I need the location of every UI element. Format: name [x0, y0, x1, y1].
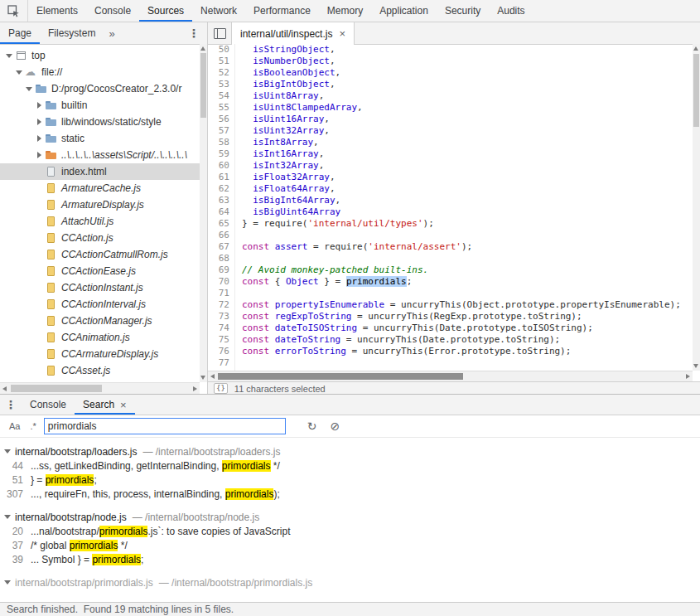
tab-elements[interactable]: Elements [28, 0, 86, 22]
expand-icon[interactable] [35, 100, 44, 110]
line-number[interactable]: 70 [208, 276, 234, 288]
tree-item[interactable]: ArmatureDisplay.js [0, 196, 200, 213]
line-number[interactable]: 54 [208, 90, 234, 102]
search-match-row[interactable]: 51} = primordials; [0, 473, 700, 487]
pretty-print-icon[interactable]: {} [214, 383, 228, 394]
code-text[interactable]: isFloat32Array, [242, 172, 336, 183]
collapse-icon[interactable] [5, 51, 14, 61]
search-result-file-header[interactable]: internal/bootstrap/node.js— /internal/bo… [0, 510, 700, 524]
search-result-file-header[interactable]: internal/bootstrap/loaders.js— /internal… [0, 444, 700, 458]
line-number[interactable]: 74 [208, 323, 234, 334]
tab-console[interactable]: Console [86, 0, 139, 22]
line-number[interactable]: 62 [208, 183, 234, 195]
tab-performance[interactable]: Performance [245, 0, 319, 22]
tree-item[interactable]: ArmatureCache.js [0, 180, 200, 196]
code-text[interactable]: isBigIntObject, [242, 79, 336, 90]
file-tab[interactable]: internal/util/inspect.js × [231, 22, 355, 45]
tree-item[interactable]: CCActionCatmullRom.js [0, 246, 200, 263]
tree-item[interactable]: CCAnimation.js [0, 329, 200, 346]
tab-overflow-icon[interactable]: » [104, 22, 119, 44]
tab-audits[interactable]: Audits [489, 0, 533, 22]
line-number[interactable]: 64 [208, 206, 234, 218]
code-text[interactable]: const { Object } = primordials; [242, 276, 412, 288]
navigator-more-menu-icon[interactable]: ⋮ [181, 22, 207, 44]
code-text[interactable]: isBigUint64Array [242, 206, 340, 218]
search-input[interactable] [44, 418, 286, 434]
code-text[interactable]: isFloat64Array, [242, 183, 336, 195]
tree-item[interactable]: AttachUtil.js [0, 213, 200, 230]
collapse-icon[interactable] [4, 512, 13, 521]
code-text[interactable]: isUint8Array, [242, 90, 324, 102]
scroll-left-icon[interactable] [2, 386, 7, 391]
line-number[interactable]: 67 [208, 241, 234, 253]
tree-item[interactable]: ☁file:// [0, 64, 200, 80]
tree-item[interactable]: index.html [0, 163, 200, 180]
scrollbar-thumb[interactable] [693, 54, 699, 127]
code-text[interactable]: const regExpToString = uncurryThis(RegEx… [242, 311, 582, 323]
line-number[interactable]: 69 [208, 264, 234, 276]
line-number[interactable]: 57 [208, 125, 234, 137]
scrollbar-thumb[interactable] [11, 385, 102, 392]
line-number[interactable]: 75 [208, 334, 234, 346]
line-number[interactable]: 50 [208, 44, 234, 56]
search-result-file-header[interactable]: internal/bootstrap/primordials.js— /inte… [0, 575, 700, 589]
tree-item[interactable]: CCActionManager.js [0, 313, 200, 329]
tree-item[interactable]: CCAsset.js [0, 362, 200, 379]
code-text[interactable]: } = require('internal/util/types'); [242, 218, 434, 230]
search-match-row[interactable]: 20...nal/bootstrap/primordials.js`: to s… [0, 524, 700, 538]
sidebar-vertical-scrollbar[interactable] [200, 44, 207, 382]
match-case-button[interactable]: Aa [4, 421, 25, 431]
tree-item[interactable]: ..\..\..\..\assets\Script/..\..\..\..\ [0, 147, 200, 163]
code-text[interactable]: const dateToString = uncurryThis(Date.pr… [242, 334, 560, 346]
line-number[interactable]: 68 [208, 253, 234, 264]
line-number[interactable]: 51 [208, 56, 234, 67]
scrollbar-thumb[interactable] [218, 373, 463, 380]
search-match-row[interactable]: 37/* global primordials */ [0, 538, 700, 552]
collapse-icon[interactable] [4, 447, 13, 456]
tab-page[interactable]: Page [0, 22, 40, 44]
code-text[interactable]: // Avoid monkey-patched built-ins. [242, 264, 428, 276]
clear-icon[interactable]: ⊘ [331, 420, 340, 433]
tab-console[interactable]: Console [22, 395, 75, 415]
code-text[interactable]: const propertyIsEnumerable = uncurryThis… [242, 299, 681, 311]
tree-item[interactable]: CCAction.js [0, 230, 200, 246]
line-number[interactable]: 73 [208, 311, 234, 323]
scrollbar-thumb[interactable] [200, 53, 206, 118]
close-tab-icon[interactable]: × [339, 27, 345, 40]
code-text[interactable]: isUint8ClampedArray, [242, 102, 363, 114]
search-match-row[interactable]: 44...ss, getLinkedBinding, getInternalBi… [0, 458, 700, 473]
code-text[interactable]: isBigInt64Array, [242, 195, 340, 206]
expand-icon[interactable] [35, 117, 44, 127]
refresh-icon[interactable]: ↻ [307, 420, 317, 433]
line-number[interactable]: 59 [208, 148, 234, 160]
tree-item[interactable]: CCActionInstant.js [0, 279, 200, 296]
line-number[interactable]: 61 [208, 172, 234, 183]
tab-search[interactable]: Search × [75, 395, 135, 415]
search-match-row[interactable]: 39... Symbol } = primordials; [0, 552, 700, 566]
tree-item[interactable]: CCActionEase.js [0, 263, 200, 279]
line-number[interactable]: 55 [208, 102, 234, 114]
code-text[interactable]: isUint32Array, [242, 125, 330, 137]
expand-icon[interactable] [35, 133, 44, 143]
tab-application[interactable]: Application [371, 0, 437, 22]
scroll-up-icon[interactable] [693, 46, 698, 51]
regex-button[interactable]: .* [25, 421, 41, 431]
line-number[interactable]: 76 [208, 346, 234, 357]
scroll-right-icon[interactable] [193, 386, 197, 391]
code-text[interactable]: isInt8Array, [242, 137, 319, 148]
scroll-up-icon[interactable] [200, 46, 205, 51]
tree-item[interactable]: static [0, 130, 200, 147]
scroll-down-icon[interactable] [200, 376, 205, 380]
tree-item[interactable]: D:/prog/CocosCreator_2.3.0/r [0, 80, 200, 97]
line-number[interactable]: 53 [208, 79, 234, 90]
code-text[interactable]: isUint16Array, [242, 114, 330, 125]
inspect-button[interactable] [0, 0, 28, 22]
line-number[interactable]: 71 [208, 288, 234, 299]
line-number[interactable]: 60 [208, 160, 234, 172]
tab-sources[interactable]: Sources [139, 0, 192, 22]
code-text[interactable]: const errorToString = uncurryThis(Error.… [242, 346, 571, 357]
collapse-icon[interactable] [4, 578, 13, 587]
scroll-right-icon[interactable] [686, 374, 690, 379]
tree-item[interactable]: top [0, 47, 200, 64]
line-number[interactable]: 52 [208, 67, 234, 79]
